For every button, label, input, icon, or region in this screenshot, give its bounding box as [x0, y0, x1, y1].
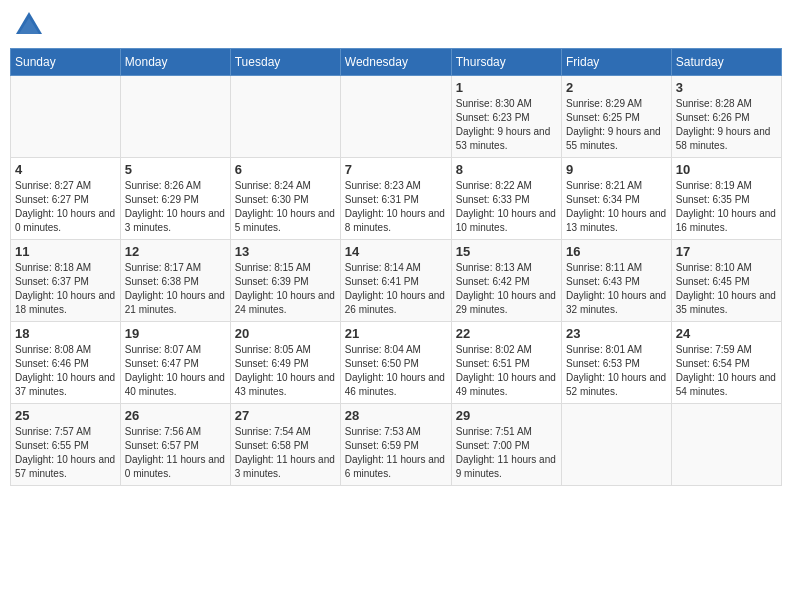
- day-info: Sunrise: 8:29 AM Sunset: 6:25 PM Dayligh…: [566, 97, 667, 153]
- day-number: 8: [456, 162, 557, 177]
- logo-icon: [14, 10, 44, 40]
- calendar-cell: 7Sunrise: 8:23 AM Sunset: 6:31 PM Daylig…: [340, 158, 451, 240]
- calendar-cell: 13Sunrise: 8:15 AM Sunset: 6:39 PM Dayli…: [230, 240, 340, 322]
- calendar-cell: [340, 76, 451, 158]
- day-info: Sunrise: 8:21 AM Sunset: 6:34 PM Dayligh…: [566, 179, 667, 235]
- day-number: 20: [235, 326, 336, 341]
- calendar-cell: 15Sunrise: 8:13 AM Sunset: 6:42 PM Dayli…: [451, 240, 561, 322]
- calendar-cell: 5Sunrise: 8:26 AM Sunset: 6:29 PM Daylig…: [120, 158, 230, 240]
- calendar-cell: 8Sunrise: 8:22 AM Sunset: 6:33 PM Daylig…: [451, 158, 561, 240]
- day-info: Sunrise: 8:05 AM Sunset: 6:49 PM Dayligh…: [235, 343, 336, 399]
- calendar-week-row: 1Sunrise: 8:30 AM Sunset: 6:23 PM Daylig…: [11, 76, 782, 158]
- day-info: Sunrise: 8:01 AM Sunset: 6:53 PM Dayligh…: [566, 343, 667, 399]
- logo: [14, 10, 48, 40]
- calendar-cell: 29Sunrise: 7:51 AM Sunset: 7:00 PM Dayli…: [451, 404, 561, 486]
- calendar-cell: 12Sunrise: 8:17 AM Sunset: 6:38 PM Dayli…: [120, 240, 230, 322]
- day-info: Sunrise: 8:24 AM Sunset: 6:30 PM Dayligh…: [235, 179, 336, 235]
- day-number: 15: [456, 244, 557, 259]
- day-number: 29: [456, 408, 557, 423]
- calendar-cell: 9Sunrise: 8:21 AM Sunset: 6:34 PM Daylig…: [562, 158, 672, 240]
- calendar-cell: [671, 404, 781, 486]
- day-of-week-header: Thursday: [451, 49, 561, 76]
- calendar-week-row: 18Sunrise: 8:08 AM Sunset: 6:46 PM Dayli…: [11, 322, 782, 404]
- calendar-week-row: 4Sunrise: 8:27 AM Sunset: 6:27 PM Daylig…: [11, 158, 782, 240]
- day-number: 5: [125, 162, 226, 177]
- day-info: Sunrise: 8:07 AM Sunset: 6:47 PM Dayligh…: [125, 343, 226, 399]
- day-number: 26: [125, 408, 226, 423]
- day-number: 7: [345, 162, 447, 177]
- calendar-cell: 3Sunrise: 8:28 AM Sunset: 6:26 PM Daylig…: [671, 76, 781, 158]
- day-info: Sunrise: 8:02 AM Sunset: 6:51 PM Dayligh…: [456, 343, 557, 399]
- calendar-cell: 10Sunrise: 8:19 AM Sunset: 6:35 PM Dayli…: [671, 158, 781, 240]
- day-number: 12: [125, 244, 226, 259]
- calendar-week-row: 25Sunrise: 7:57 AM Sunset: 6:55 PM Dayli…: [11, 404, 782, 486]
- day-of-week-header: Saturday: [671, 49, 781, 76]
- calendar-cell: 25Sunrise: 7:57 AM Sunset: 6:55 PM Dayli…: [11, 404, 121, 486]
- day-number: 13: [235, 244, 336, 259]
- day-number: 19: [125, 326, 226, 341]
- day-info: Sunrise: 8:14 AM Sunset: 6:41 PM Dayligh…: [345, 261, 447, 317]
- day-of-week-header: Wednesday: [340, 49, 451, 76]
- day-info: Sunrise: 7:54 AM Sunset: 6:58 PM Dayligh…: [235, 425, 336, 481]
- day-info: Sunrise: 8:10 AM Sunset: 6:45 PM Dayligh…: [676, 261, 777, 317]
- day-number: 25: [15, 408, 116, 423]
- day-info: Sunrise: 8:26 AM Sunset: 6:29 PM Dayligh…: [125, 179, 226, 235]
- day-info: Sunrise: 8:17 AM Sunset: 6:38 PM Dayligh…: [125, 261, 226, 317]
- day-info: Sunrise: 8:19 AM Sunset: 6:35 PM Dayligh…: [676, 179, 777, 235]
- day-number: 2: [566, 80, 667, 95]
- day-info: Sunrise: 7:51 AM Sunset: 7:00 PM Dayligh…: [456, 425, 557, 481]
- day-info: Sunrise: 8:11 AM Sunset: 6:43 PM Dayligh…: [566, 261, 667, 317]
- day-info: Sunrise: 8:15 AM Sunset: 6:39 PM Dayligh…: [235, 261, 336, 317]
- day-info: Sunrise: 8:23 AM Sunset: 6:31 PM Dayligh…: [345, 179, 447, 235]
- day-info: Sunrise: 8:28 AM Sunset: 6:26 PM Dayligh…: [676, 97, 777, 153]
- calendar-cell: 28Sunrise: 7:53 AM Sunset: 6:59 PM Dayli…: [340, 404, 451, 486]
- day-info: Sunrise: 8:30 AM Sunset: 6:23 PM Dayligh…: [456, 97, 557, 153]
- calendar-cell: [120, 76, 230, 158]
- calendar-cell: [562, 404, 672, 486]
- calendar-header-row: SundayMondayTuesdayWednesdayThursdayFrid…: [11, 49, 782, 76]
- page-header: [10, 10, 782, 40]
- day-number: 24: [676, 326, 777, 341]
- calendar-cell: 11Sunrise: 8:18 AM Sunset: 6:37 PM Dayli…: [11, 240, 121, 322]
- day-number: 22: [456, 326, 557, 341]
- day-info: Sunrise: 8:18 AM Sunset: 6:37 PM Dayligh…: [15, 261, 116, 317]
- calendar-cell: 19Sunrise: 8:07 AM Sunset: 6:47 PM Dayli…: [120, 322, 230, 404]
- calendar-cell: 23Sunrise: 8:01 AM Sunset: 6:53 PM Dayli…: [562, 322, 672, 404]
- calendar-cell: 6Sunrise: 8:24 AM Sunset: 6:30 PM Daylig…: [230, 158, 340, 240]
- day-number: 11: [15, 244, 116, 259]
- calendar-cell: 20Sunrise: 8:05 AM Sunset: 6:49 PM Dayli…: [230, 322, 340, 404]
- calendar-cell: 18Sunrise: 8:08 AM Sunset: 6:46 PM Dayli…: [11, 322, 121, 404]
- calendar-cell: 17Sunrise: 8:10 AM Sunset: 6:45 PM Dayli…: [671, 240, 781, 322]
- day-number: 27: [235, 408, 336, 423]
- day-number: 10: [676, 162, 777, 177]
- day-number: 18: [15, 326, 116, 341]
- day-number: 14: [345, 244, 447, 259]
- day-number: 3: [676, 80, 777, 95]
- calendar-cell: 21Sunrise: 8:04 AM Sunset: 6:50 PM Dayli…: [340, 322, 451, 404]
- day-of-week-header: Tuesday: [230, 49, 340, 76]
- day-number: 1: [456, 80, 557, 95]
- calendar-cell: [230, 76, 340, 158]
- day-info: Sunrise: 8:22 AM Sunset: 6:33 PM Dayligh…: [456, 179, 557, 235]
- calendar-cell: 4Sunrise: 8:27 AM Sunset: 6:27 PM Daylig…: [11, 158, 121, 240]
- day-info: Sunrise: 7:59 AM Sunset: 6:54 PM Dayligh…: [676, 343, 777, 399]
- day-of-week-header: Friday: [562, 49, 672, 76]
- day-info: Sunrise: 8:08 AM Sunset: 6:46 PM Dayligh…: [15, 343, 116, 399]
- calendar-table: SundayMondayTuesdayWednesdayThursdayFrid…: [10, 48, 782, 486]
- day-number: 23: [566, 326, 667, 341]
- calendar-cell: [11, 76, 121, 158]
- day-number: 28: [345, 408, 447, 423]
- day-info: Sunrise: 7:56 AM Sunset: 6:57 PM Dayligh…: [125, 425, 226, 481]
- day-number: 6: [235, 162, 336, 177]
- calendar-cell: 2Sunrise: 8:29 AM Sunset: 6:25 PM Daylig…: [562, 76, 672, 158]
- calendar-cell: 16Sunrise: 8:11 AM Sunset: 6:43 PM Dayli…: [562, 240, 672, 322]
- day-number: 21: [345, 326, 447, 341]
- calendar-week-row: 11Sunrise: 8:18 AM Sunset: 6:37 PM Dayli…: [11, 240, 782, 322]
- day-of-week-header: Monday: [120, 49, 230, 76]
- day-info: Sunrise: 7:53 AM Sunset: 6:59 PM Dayligh…: [345, 425, 447, 481]
- day-info: Sunrise: 7:57 AM Sunset: 6:55 PM Dayligh…: [15, 425, 116, 481]
- day-number: 4: [15, 162, 116, 177]
- calendar-cell: 1Sunrise: 8:30 AM Sunset: 6:23 PM Daylig…: [451, 76, 561, 158]
- day-info: Sunrise: 8:04 AM Sunset: 6:50 PM Dayligh…: [345, 343, 447, 399]
- day-info: Sunrise: 8:27 AM Sunset: 6:27 PM Dayligh…: [15, 179, 116, 235]
